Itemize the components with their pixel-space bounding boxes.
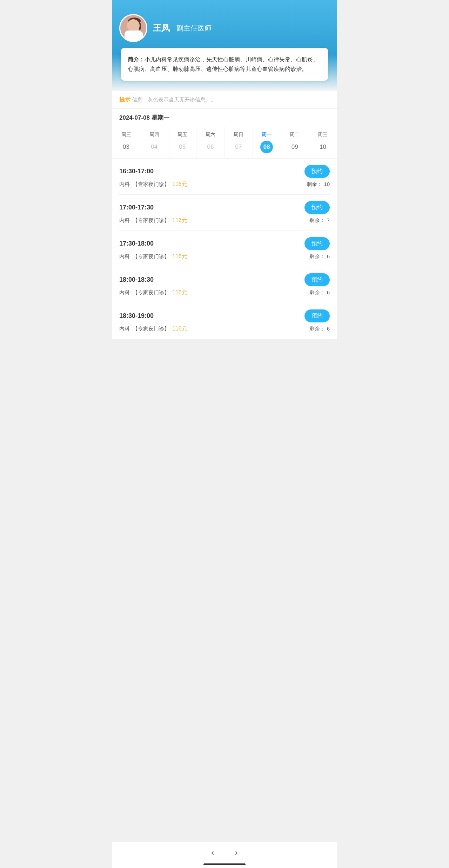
day-label-6: 周二 <box>290 132 300 138</box>
day-number-0: 03 <box>120 141 133 153</box>
day-label-1: 周四 <box>149 132 159 138</box>
book-button-4[interactable]: 预约 <box>304 309 330 322</box>
bio-content: 小儿内科常见疾病诊治，先天性心脏病、川崎病、心律失常、心肌炎、心肌病、高血压、肺… <box>128 56 319 72</box>
slot-row-top-3: 18:00-18:30预约 <box>119 273 330 286</box>
slot-dept-1: 内科 <box>119 217 130 224</box>
svg-rect-3 <box>139 23 141 30</box>
doctor-header: 王凤 副主任医师 <box>119 14 330 42</box>
slot-price-4: 116元 <box>172 325 187 333</box>
slot-item-3: 18:00-18:30预约内科【专家夜门诊】116元剩余： 6 <box>119 267 330 303</box>
bottom-gray-area <box>112 339 337 367</box>
slot-type-0: 【专家夜门诊】 <box>133 181 169 188</box>
day-item-0[interactable]: 周三03 <box>112 127 140 158</box>
slot-time-1: 17:00-17:30 <box>119 204 154 211</box>
date-section: 2024-07-08 星期一 <box>112 109 337 127</box>
tip-label: 提示 <box>119 96 130 102</box>
day-item-3[interactable]: 周六06 <box>196 127 224 158</box>
slot-info-2: 内科【专家夜门诊】116元 <box>119 253 187 260</box>
day-item-1[interactable]: 周四04 <box>140 127 168 158</box>
slot-row-bottom-0: 内科【专家夜门诊】116元剩余： 10 <box>119 181 330 188</box>
day-item-4[interactable]: 周日07 <box>225 127 253 158</box>
header-section: 王凤 副主任医师 简介：小儿内科常见疾病诊治，先天性心脏病、川崎病、心律失常、心… <box>112 0 337 91</box>
day-number-2: 05 <box>176 141 189 153</box>
nav-bar: ‹ › <box>112 842 337 868</box>
svg-rect-5 <box>133 34 135 39</box>
doctor-avatar <box>119 14 147 42</box>
slot-item-1: 17:00-17:30预约内科【专家夜门诊】116元剩余： 7 <box>119 195 330 231</box>
slot-row-bottom-2: 内科【专家夜门诊】116元剩余： 6 <box>119 253 330 260</box>
slot-info-1: 内科【专家夜门诊】116元 <box>119 217 187 224</box>
slot-type-1: 【专家夜门诊】 <box>133 217 169 224</box>
slot-time-3: 18:00-18:30 <box>119 276 154 283</box>
day-number-4: 07 <box>232 141 245 153</box>
doctor-name: 王凤 <box>153 22 170 34</box>
bio-text: 简介：小儿内科常见疾病诊治，先天性心脏病、川崎病、心律失常、心肌炎、心肌病、高血… <box>128 55 321 74</box>
slot-time-0: 16:30-17:00 <box>119 168 154 175</box>
current-date: 2024-07-08 星期一 <box>119 114 169 121</box>
day-item-6[interactable]: 周二09 <box>281 127 309 158</box>
slot-info-0: 内科【专家夜门诊】116元 <box>119 181 187 188</box>
book-button-3[interactable]: 预约 <box>304 273 330 286</box>
bio-card: 简介：小儿内科常见疾病诊治，先天性心脏病、川崎病、心律失常、心肌炎、心肌病、高血… <box>121 48 328 81</box>
slot-dept-0: 内科 <box>119 181 130 188</box>
day-label-0: 周三 <box>121 132 131 138</box>
slot-item-0: 16:30-17:00预约内科【专家夜门诊】116元剩余： 10 <box>119 159 330 195</box>
day-number-3: 06 <box>204 141 217 153</box>
slot-dept-4: 内科 <box>119 326 130 332</box>
slot-remain-4: 剩余： 6 <box>309 326 330 332</box>
slots-container: 16:30-17:00预约内科【专家夜门诊】116元剩余： 1017:00-17… <box>112 159 337 339</box>
day-label-4: 周日 <box>234 132 243 138</box>
slot-type-2: 【专家夜门诊】 <box>133 253 169 260</box>
slot-row-bottom-3: 内科【专家夜门诊】116元剩余： 6 <box>119 289 330 296</box>
day-number-7: 10 <box>316 141 329 153</box>
doctor-title: 副主任医师 <box>176 24 212 33</box>
day-number-5: 08 <box>260 141 273 153</box>
slot-info-3: 内科【专家夜门诊】116元 <box>119 289 187 296</box>
day-label-5: 周一 <box>262 132 272 138</box>
slot-dept-3: 内科 <box>119 289 130 296</box>
svg-rect-6 <box>132 36 137 38</box>
home-indicator <box>203 863 246 865</box>
tip-text: 信息，灰色表示当天无开诊信息）。 <box>132 96 216 102</box>
day-label-3: 周六 <box>206 132 215 138</box>
main-content: 提示 信息，灰色表示当天无开诊信息）。 2024-07-08 星期一 周三03周… <box>112 91 337 339</box>
slot-type-3: 【专家夜门诊】 <box>133 289 169 296</box>
slot-price-1: 116元 <box>172 217 187 224</box>
slot-row-bottom-1: 内科【专家夜门诊】116元剩余： 7 <box>119 217 330 224</box>
day-picker[interactable]: 周三03周四04周五05周六06周日07周一08周二09周三10 <box>112 127 337 159</box>
svg-rect-4 <box>126 32 143 42</box>
back-button[interactable]: ‹ <box>211 848 214 857</box>
slot-info-4: 内科【专家夜门诊】116元 <box>119 325 187 333</box>
day-number-6: 09 <box>288 141 301 153</box>
forward-button[interactable]: › <box>235 848 238 857</box>
slot-type-4: 【专家夜门诊】 <box>133 326 169 332</box>
slot-remain-2: 剩余： 6 <box>309 253 330 260</box>
book-button-0[interactable]: 预约 <box>304 165 330 178</box>
book-button-1[interactable]: 预约 <box>304 201 330 214</box>
day-item-5[interactable]: 周一08 <box>253 127 281 158</box>
day-label-7: 周三 <box>318 132 328 138</box>
tip-section: 提示 信息，灰色表示当天无开诊信息）。 <box>112 91 337 109</box>
slot-row-top-2: 17:30-18:00预约 <box>119 237 330 250</box>
slot-row-top-0: 16:30-17:00预约 <box>119 165 330 178</box>
bio-label: 简介： <box>128 56 145 62</box>
day-item-7[interactable]: 周三10 <box>309 127 337 158</box>
slot-time-2: 17:30-18:00 <box>119 240 154 247</box>
slot-row-top-4: 18:30-19:00预约 <box>119 309 330 322</box>
day-picker-inner: 周三03周四04周五05周六06周日07周一08周二09周三10 <box>112 127 337 158</box>
slot-row-bottom-4: 内科【专家夜门诊】116元剩余： 6 <box>119 325 330 333</box>
slot-remain-0: 剩余： 10 <box>307 181 330 188</box>
svg-rect-2 <box>128 23 130 30</box>
slot-item-4: 18:30-19:00预约内科【专家夜门诊】116元剩余： 6 <box>119 303 330 339</box>
slot-price-2: 116元 <box>172 253 187 260</box>
slot-remain-3: 剩余： 6 <box>309 289 330 296</box>
slot-item-2: 17:30-18:00预约内科【专家夜门诊】116元剩余： 6 <box>119 231 330 267</box>
slot-time-4: 18:30-19:00 <box>119 312 154 320</box>
day-item-2[interactable]: 周五05 <box>168 127 196 158</box>
day-label-2: 周五 <box>177 132 187 138</box>
slot-dept-2: 内科 <box>119 253 130 260</box>
svg-point-1 <box>128 18 141 25</box>
slot-remain-1: 剩余： 7 <box>309 217 330 224</box>
book-button-2[interactable]: 预约 <box>304 237 330 250</box>
slot-price-0: 116元 <box>172 181 187 188</box>
